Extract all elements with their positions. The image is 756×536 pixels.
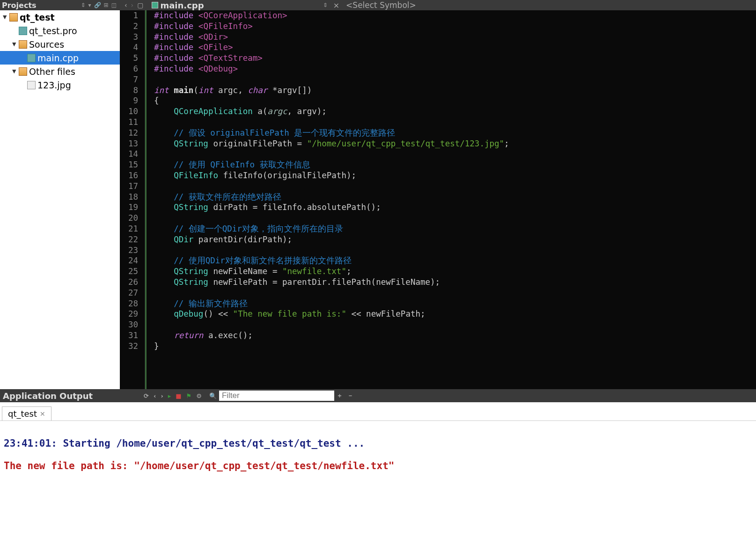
code-line[interactable]: QString newFilePath = parentDir.filePath… — [154, 277, 756, 288]
pro-file-icon — [19, 27, 27, 35]
add-icon[interactable]: ⊞ — [103, 2, 110, 8]
code-line[interactable]: } — [154, 341, 756, 352]
code-line[interactable]: #include <QTextStream> — [154, 53, 756, 64]
rerun-icon[interactable]: ⟳ — [141, 392, 151, 399]
code-line[interactable] — [154, 74, 756, 85]
code-line[interactable]: qDebug() << "The new file path is:" << n… — [154, 309, 756, 319]
expand-arrow-icon[interactable]: ▼ — [12, 41, 19, 47]
line-number: 4 — [120, 42, 142, 53]
close-tab-icon[interactable]: ✕ — [40, 410, 45, 418]
link-icon[interactable]: 🔗 — [93, 2, 103, 8]
next-icon[interactable]: › — [158, 392, 165, 399]
search-icon: 🔍 — [207, 392, 219, 399]
settings-icon[interactable]: ⚙ — [194, 392, 204, 399]
split-icon[interactable]: ◫ — [110, 2, 118, 8]
code-line[interactable]: // 创建一个QDir对象，指向文件所在的目录 — [154, 224, 756, 234]
line-number: 7 — [120, 74, 142, 85]
code-line[interactable]: QDir parentDir(dirPath); — [154, 234, 756, 245]
other-files-folder[interactable]: ▼ Other files — [0, 65, 120, 78]
run-icon[interactable]: ▸ — [166, 392, 174, 399]
line-number: 2 — [120, 21, 142, 32]
attach-icon[interactable]: ⚑ — [184, 392, 194, 399]
line-number: 29 — [120, 309, 142, 319]
close-file-icon[interactable]: × — [330, 1, 342, 10]
code-line[interactable]: QString dirPath = fileInfo.absolutePath(… — [154, 202, 756, 213]
line-number: 16 — [120, 170, 142, 181]
line-number: 31 — [120, 330, 142, 341]
pro-file-name: qt_test.pro — [29, 26, 77, 36]
code-line[interactable]: QString newFileName = "newfile.txt"; — [154, 266, 756, 277]
folder-icon — [19, 40, 27, 49]
code-content[interactable]: #include <QCoreApplication>#include <QFi… — [145, 10, 756, 389]
other-files-label: Other files — [29, 66, 75, 77]
code-line[interactable]: #include <QFileInfo> — [154, 21, 756, 32]
line-number: 22 — [120, 234, 142, 245]
code-line[interactable]: { — [154, 95, 756, 106]
zoom-in-icon[interactable]: ＋ — [334, 391, 345, 400]
code-line[interactable]: #include <QDebug> — [154, 64, 756, 74]
stop-icon[interactable]: ■ — [173, 392, 183, 399]
sources-label: Sources — [29, 39, 64, 50]
code-line[interactable]: return a.exec(); — [154, 330, 756, 341]
code-line[interactable] — [154, 319, 756, 330]
code-line[interactable] — [154, 181, 756, 192]
line-number: 30 — [120, 319, 142, 330]
code-line[interactable]: QString originalFilePath = "/home/user/q… — [154, 138, 756, 149]
line-number: 26 — [120, 277, 142, 288]
projects-header: Projects ⇕ ▾ 🔗 ⊞ ◫ — [0, 1, 120, 10]
output-tabs: qt_test ✕ — [0, 402, 756, 421]
code-line[interactable]: int main(int argc, char *argv[]) — [154, 85, 756, 96]
other-file-item[interactable]: 123.jpg — [0, 78, 120, 92]
code-line[interactable] — [154, 117, 756, 128]
project-root[interactable]: ▼ qt_test — [0, 10, 120, 24]
output-console[interactable]: 23:41:01: Starting /home/user/qt_cpp_tes… — [0, 421, 756, 536]
output-filter-input[interactable] — [219, 391, 334, 401]
code-line[interactable] — [154, 213, 756, 224]
line-number: 13 — [120, 138, 142, 149]
code-line[interactable]: #include <QFile> — [154, 42, 756, 53]
code-line[interactable]: // 使用QDir对象和新文件名拼接新的文件路径 — [154, 255, 756, 266]
line-number: 6 — [120, 64, 142, 74]
output-panel-title: Application Output — [1, 391, 95, 401]
code-editor[interactable]: 1234567891011121314151617181920212223242… — [120, 10, 756, 389]
code-line[interactable]: // 假设 originalFilePath 是一个现有文件的完整路径 — [154, 128, 756, 138]
code-line[interactable]: QCoreApplication a(argc, argv); — [154, 106, 756, 117]
output-tab[interactable]: qt_test ✕ — [2, 406, 51, 420]
expand-arrow-icon[interactable]: ▼ — [3, 14, 9, 20]
editor-file-dropdown[interactable]: main.cpp — [148, 0, 207, 10]
code-line[interactable]: QFileInfo fileInfo(originalFilePath); — [154, 170, 756, 181]
folder-icon — [19, 67, 27, 76]
zoom-out-icon[interactable]: － — [345, 391, 356, 400]
other-file-name: 123.jpg — [37, 80, 71, 90]
code-line[interactable]: #include <QCoreApplication> — [154, 10, 756, 21]
code-line[interactable]: // 使用 QFileInfo 获取文件信息 — [154, 159, 756, 170]
code-line[interactable]: // 获取文件所在的绝对路径 — [154, 192, 756, 203]
line-number: 9 — [120, 95, 142, 106]
line-number-gutter: 1234567891011121314151617181920212223242… — [120, 10, 145, 389]
projects-label: Projects — [2, 1, 80, 10]
nav-fwd-icon[interactable]: › — [129, 1, 136, 9]
image-file-icon — [27, 81, 36, 89]
file-dropdown-icon[interactable]: ⇕ — [320, 2, 330, 8]
source-file-main-cpp[interactable]: main.cpp — [0, 51, 120, 65]
cpp-file-icon — [27, 54, 36, 62]
sources-folder[interactable]: ▼ Sources — [0, 37, 120, 51]
symbol-selector[interactable]: <Select Symbol> — [342, 0, 756, 10]
prev-icon[interactable]: ‹ — [151, 392, 158, 399]
projects-panel[interactable]: ▼ qt_test qt_test.pro ▼ Sources main.cpp… — [0, 10, 120, 389]
code-line[interactable] — [154, 149, 756, 159]
line-number: 19 — [120, 202, 142, 213]
nav-lock-icon[interactable]: ▢ — [135, 1, 145, 9]
source-file-name: main.cpp — [37, 53, 79, 63]
code-line[interactable] — [154, 245, 756, 256]
code-line[interactable]: // 输出新文件路径 — [154, 298, 756, 309]
nav-back-icon[interactable]: ‹ — [123, 1, 129, 9]
line-number: 17 — [120, 181, 142, 192]
code-line[interactable] — [154, 288, 756, 298]
filter-icon[interactable]: ▾ — [87, 2, 93, 8]
expand-arrow-icon[interactable]: ▼ — [12, 68, 19, 74]
editor-filename: main.cpp — [160, 0, 204, 10]
projects-dropdown-icon[interactable]: ⇕ — [80, 2, 87, 8]
code-line[interactable]: #include <QDir> — [154, 32, 756, 43]
pro-file-item[interactable]: qt_test.pro — [0, 24, 120, 37]
